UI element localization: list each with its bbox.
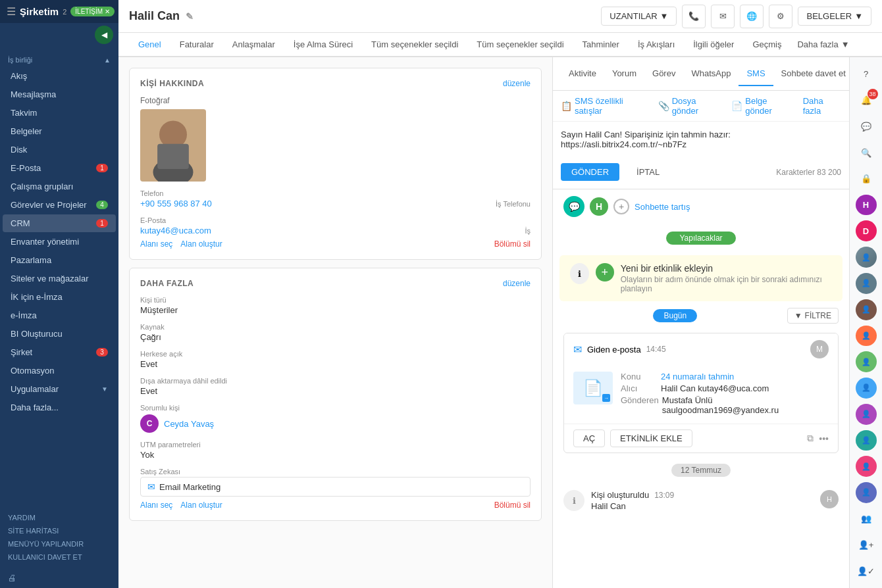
chat-tab-yorum[interactable]: Yorum	[604, 62, 644, 86]
tab-tahminler[interactable]: Tahminler	[573, 33, 629, 57]
avatar-11[interactable]: 👤	[856, 456, 877, 477]
avatar-6[interactable]: 👤	[856, 326, 877, 347]
belge-gonder-link[interactable]: 📄 Belge gönder	[731, 96, 792, 116]
kisi-edit-link[interactable]: düzenle	[503, 79, 531, 88]
avatar-7[interactable]: 👤	[856, 351, 877, 372]
sms-cancel-button[interactable]: İPTAL	[626, 163, 670, 181]
sohbet-add-icon[interactable]: +	[613, 199, 629, 214]
tab-gecmis[interactable]: Geçmiş	[743, 33, 791, 57]
chat-actions-more[interactable]: Daha fazla	[803, 96, 841, 116]
chat-tab-aktivite[interactable]: Aktivite	[561, 62, 604, 86]
belgeler-button[interactable]: BELGELER ▼	[798, 7, 871, 26]
title-edit-icon[interactable]: ✎	[186, 11, 194, 22]
tab-secenekler1[interactable]: Tüm seçenekler seçildi	[362, 33, 467, 57]
iletisim-close[interactable]: ✕	[105, 8, 110, 15]
far-right-user-check-icon[interactable]: 👤✓	[854, 559, 878, 583]
sidebar-yardim[interactable]: YARDIM	[8, 511, 111, 524]
sidebar-item-gorevler[interactable]: Görevler ve Projeler 4	[3, 196, 116, 214]
sidebar-item-akis[interactable]: Akış	[3, 67, 116, 85]
yeni-etkinlik-add-btn[interactable]: +	[596, 263, 614, 282]
phone-button[interactable]: 📞	[682, 5, 706, 28]
chat-tab-sms[interactable]: SMS	[739, 62, 773, 86]
daha-fazla-edit-link[interactable]: düzenle	[503, 279, 531, 288]
sidebar-item-eimza[interactable]: e-İmza	[3, 306, 116, 324]
avatar-4[interactable]: 👤	[856, 273, 877, 294]
sms-satislar-link[interactable]: 📋 SMS özellikli satışlar	[561, 96, 648, 116]
settings-button[interactable]: ⚙	[769, 5, 792, 28]
sidebar-item-belgeler[interactable]: Belgeler	[3, 122, 116, 140]
far-right-lock-icon[interactable]: 🔒	[854, 167, 878, 191]
tab-more-button[interactable]: Daha fazla ▼	[791, 33, 856, 56]
uzantilar-button[interactable]: UZANTILAR ▼	[601, 7, 677, 26]
tab-anlashmalar[interactable]: Anlaşmalar	[223, 33, 284, 57]
tab-is-akislari[interactable]: İş Akışları	[629, 33, 684, 57]
tab-genel[interactable]: Genel	[129, 33, 170, 57]
sms-send-button[interactable]: GÖNDER	[561, 163, 619, 181]
konu-value[interactable]: 24 numaralı tahmin	[661, 372, 734, 381]
alan-olustur-link[interactable]: Alan oluştur	[180, 239, 222, 249]
sidebar-item-siteler[interactable]: Siteler ve mağazalar	[3, 270, 116, 287]
avatar-9[interactable]: 👤	[856, 404, 877, 425]
sidebar-item-eposta[interactable]: E-Posta 1	[3, 159, 116, 177]
chat-tab-gorev[interactable]: Görev	[644, 62, 683, 86]
avatar-3[interactable]: 👤	[856, 247, 877, 268]
far-right-users-icon[interactable]: 👥	[854, 507, 878, 531]
sidebar-item-uygulamalar[interactable]: Uygulamalar ▼	[3, 380, 116, 398]
tab-secenekler2[interactable]: Tüm seçenekler seçildi	[467, 33, 573, 57]
sidebar-menu-icon[interactable]: ☰	[7, 5, 16, 18]
avatar-12[interactable]: 👤	[856, 482, 877, 503]
sms-text-input[interactable]: Sayın Halil Can! Siparişiniz için tahmin…	[561, 130, 841, 156]
telefon-value[interactable]: +90 555 968 87 40	[140, 199, 212, 208]
daha-alan-sec-link[interactable]: Alanı seç	[140, 501, 172, 510]
sorumlu-value[interactable]: Ceyda Yavaş	[164, 419, 214, 429]
bolumu-sil-link[interactable]: Bölümü sil	[494, 239, 531, 249]
sidebar-item-ik-imza[interactable]: İK için e-İmza	[3, 288, 116, 306]
sidebar-kullanici-davet[interactable]: KULLANICI DAVET ET	[8, 551, 111, 564]
sidebar-item-crm[interactable]: CRM 1	[3, 214, 116, 232]
sidebar-item-otomasyon[interactable]: Otomasyon	[3, 362, 116, 380]
tab-ise-alma[interactable]: İşe Alma Süreci	[284, 33, 362, 57]
iletisim-badge[interactable]: İLETİŞİM ✕	[70, 7, 115, 16]
chat-tab-sohbet[interactable]: Sohbete davet et	[773, 62, 849, 86]
sidebar-item-takvim[interactable]: Takvim	[3, 104, 116, 122]
avatar-5[interactable]: 👤	[856, 299, 877, 320]
tab-faturalar[interactable]: Faturalar	[170, 33, 223, 57]
sidebar-item-mesajlasma[interactable]: Mesajlaşma	[3, 86, 116, 103]
far-right-search-icon[interactable]: 🔍	[854, 141, 878, 164]
daha-bolumu-sil-link[interactable]: Bölümü sil	[494, 501, 531, 510]
far-right-user-add-icon[interactable]: 👤+	[854, 533, 878, 557]
avatar-1[interactable]: H	[856, 195, 877, 216]
daha-alan-olustur-link[interactable]: Alan oluştur	[180, 501, 222, 510]
globe-button[interactable]: 🌐	[740, 5, 764, 28]
sidebar-section-is-birligi[interactable]: İş birliği ▲	[0, 51, 118, 66]
sidebar-item-disk[interactable]: Disk	[3, 141, 116, 159]
email-value[interactable]: kutay46@uca.com	[140, 226, 211, 235]
sidebar-item-daha-fazla[interactable]: Daha fazla...	[3, 399, 116, 416]
far-right-question-icon[interactable]: ?	[854, 62, 878, 86]
sidebar-item-envanter[interactable]: Envanter yönetimi	[3, 233, 116, 251]
sidebar-menu-yapilandir[interactable]: MENÜYÜ YAPILANDIR	[8, 537, 111, 551]
sidebar-item-bi[interactable]: BI Oluşturucu	[3, 325, 116, 343]
email-copy-icon[interactable]: ⧉	[807, 433, 814, 444]
sohbet-label[interactable]: Sohbette tartış	[635, 202, 690, 212]
sidebar-item-sirket[interactable]: Şirket 3	[3, 343, 116, 361]
filtre-button[interactable]: ▼ FİLTRE	[787, 308, 839, 324]
far-right-chat-icon[interactable]: 💬	[854, 114, 878, 138]
chat-tab-whatsapp[interactable]: WhatsApp	[683, 62, 739, 86]
avatar-10[interactable]: 👤	[856, 430, 877, 451]
avatar-8[interactable]: 👤	[856, 378, 877, 399]
far-right-bell-icon[interactable]: 🔔 38	[854, 89, 878, 112]
tab-ilgili-ogeler[interactable]: İlgili öğeler	[684, 33, 743, 57]
email-button[interactable]: ✉	[711, 5, 735, 28]
etkinlik-ekle-button[interactable]: ETKİNLİK EKLE	[610, 429, 692, 447]
collapse-sidebar-btn[interactable]: ◀	[95, 26, 113, 44]
ac-button[interactable]: AÇ	[573, 429, 605, 447]
sidebar-item-pazarlama[interactable]: Pazarlama	[3, 251, 116, 269]
alan-sec-link[interactable]: Alanı seç	[140, 239, 172, 249]
print-icon[interactable]: 🖨	[0, 568, 118, 588]
sidebar-item-calisma-gruplari[interactable]: Çalışma grupları	[3, 178, 116, 195]
sidebar-site-haritasi[interactable]: SİTE HARİTASI	[8, 524, 111, 537]
email-more-icon[interactable]: •••	[819, 433, 829, 444]
avatar-2[interactable]: D	[856, 220, 877, 241]
dosya-gonder-link[interactable]: 📎 Dosya gönder	[658, 96, 721, 116]
